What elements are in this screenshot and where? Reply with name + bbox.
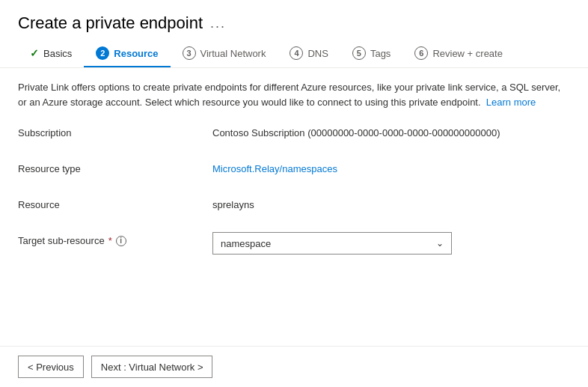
subscription-value: Contoso Subscription (00000000-0000-0000… xyxy=(212,124,570,138)
description-text: Private Link offers options to create pr… xyxy=(18,80,570,109)
tab-resource[interactable]: 2 Resource xyxy=(84,40,170,67)
prev-button[interactable]: < Previous xyxy=(18,356,84,378)
tab-basics-check-icon: ✓ xyxy=(30,47,39,59)
tab-review-create-label: Review + create xyxy=(432,48,503,59)
target-sub-resource-label: Target sub-resource * i xyxy=(18,232,212,246)
tab-virtual-network[interactable]: 3 Virtual Network xyxy=(171,40,278,67)
page-container: Create a private endpoint ... ✓ Basics 2… xyxy=(0,0,588,387)
tab-basics-label: Basics xyxy=(43,48,72,59)
resource-label: Resource xyxy=(18,196,212,210)
header-ellipsis: ... xyxy=(210,16,226,31)
tab-tags-number: 5 xyxy=(352,46,366,60)
learn-more-link[interactable]: Learn more xyxy=(486,97,536,108)
tab-tags[interactable]: 5 Tags xyxy=(340,40,402,67)
tab-review-create-number: 6 xyxy=(414,46,428,60)
main-content: Private Link offers options to create pr… xyxy=(0,68,588,346)
resource-type-value: Microsoft.Relay/namespaces xyxy=(212,160,570,174)
info-icon[interactable]: i xyxy=(116,236,126,246)
target-sub-resource-selected: namespace xyxy=(221,238,271,249)
tab-virtual-network-number: 3 xyxy=(183,46,196,60)
target-sub-resource-row: Target sub-resource * i namespace ⌄ xyxy=(18,232,570,255)
tabs-bar: ✓ Basics 2 Resource 3 Virtual Network 4 … xyxy=(0,40,588,68)
target-sub-resource-dropdown-container[interactable]: namespace ⌄ xyxy=(212,232,452,255)
resource-value: sprelayns xyxy=(212,196,570,210)
tab-dns-label: DNS xyxy=(307,48,328,59)
footer: < Previous Next : Virtual Network > xyxy=(0,346,588,387)
description-body: Private Link offers options to create pr… xyxy=(18,82,560,108)
subscription-row: Subscription Contoso Subscription (00000… xyxy=(18,124,570,145)
page-title: Create a private endpoint xyxy=(18,13,203,33)
tab-resource-number: 2 xyxy=(96,46,109,60)
tab-dns-number: 4 xyxy=(290,46,303,60)
tab-virtual-network-label: Virtual Network xyxy=(200,48,266,59)
resource-type-label: Resource type xyxy=(18,160,212,174)
subscription-label: Subscription xyxy=(18,124,212,138)
resource-row: Resource sprelayns xyxy=(18,196,570,217)
tab-basics[interactable]: ✓ Basics xyxy=(18,41,84,67)
required-indicator: * xyxy=(108,235,112,246)
tab-tags-label: Tags xyxy=(370,48,391,59)
tab-dns[interactable]: 4 DNS xyxy=(278,40,340,67)
next-button[interactable]: Next : Virtual Network > xyxy=(91,356,213,378)
resource-type-row: Resource type Microsoft.Relay/namespaces xyxy=(18,160,570,181)
tab-review-create[interactable]: 6 Review + create xyxy=(402,40,515,67)
target-sub-resource-dropdown[interactable]: namespace ⌄ xyxy=(212,232,452,255)
tab-resource-label: Resource xyxy=(114,48,158,59)
header: Create a private endpoint ... xyxy=(0,0,588,40)
dropdown-arrow-icon: ⌄ xyxy=(436,238,444,249)
